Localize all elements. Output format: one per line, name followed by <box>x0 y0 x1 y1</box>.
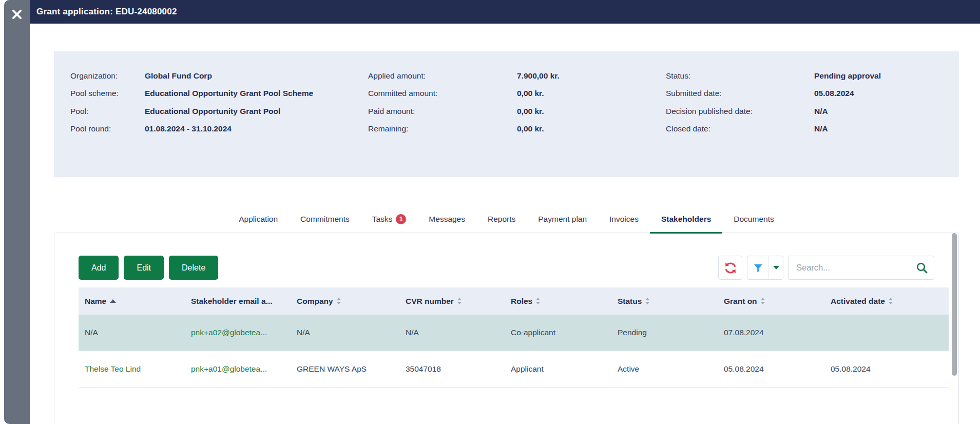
close-button[interactable] <box>9 6 25 23</box>
cell-company: GREEN WAYS ApS <box>291 364 399 374</box>
sort-up-arrow <box>536 298 540 300</box>
search-input[interactable] <box>788 256 934 280</box>
filter-icon <box>753 263 763 273</box>
sort-icon <box>761 298 765 304</box>
summary-label-committed-amount: Committed amount: <box>368 88 517 99</box>
cell-company: N/A <box>291 328 399 337</box>
sort-icon <box>337 298 341 304</box>
tab-documents[interactable]: Documents <box>722 205 785 233</box>
title-bar: Grant application: EDU-24080002 <box>30 0 980 24</box>
table-header: NameStakeholder email a...CompanyCVR num… <box>79 287 949 315</box>
add-button[interactable]: Add <box>79 256 119 280</box>
cell-email[interactable]: pnk+a01@globetea... <box>185 364 291 374</box>
column-header-stakeholder-email-a[interactable]: Stakeholder email a... <box>185 297 291 306</box>
column-header-roles[interactable]: Roles <box>505 297 611 306</box>
cell-status: Active <box>611 364 718 374</box>
summary-label-remaining: Remaining: <box>368 123 517 134</box>
cell-name: N/A <box>79 328 185 337</box>
cell-grant_on: 05.08.2024 <box>718 364 824 374</box>
column-header-status[interactable]: Status <box>611 297 718 306</box>
summary-label-pool-scheme: Pool scheme: <box>70 88 145 99</box>
sort-down-arrow <box>761 302 765 304</box>
page-title: Grant application: EDU-24080002 <box>30 7 177 17</box>
sort-up-arrow <box>761 298 765 300</box>
tab-reports[interactable]: Reports <box>476 205 527 233</box>
summary-value-organization: Global Fund Corp <box>145 70 368 81</box>
summary-label-applied-amount: Applied amount: <box>368 70 517 81</box>
edit-button[interactable]: Edit <box>124 256 164 280</box>
table-row[interactable]: Thelse Teo Lindpnk+a01@globetea...GREEN … <box>79 351 949 388</box>
summary-value-closed-date: N/A <box>814 123 944 134</box>
stakeholders-table: NameStakeholder email a...CompanyCVR num… <box>79 287 949 388</box>
cell-cvr: 35047018 <box>399 364 505 374</box>
column-label: Roles <box>511 297 532 306</box>
sort-down-arrow <box>457 302 462 304</box>
tab-label: Invoices <box>609 215 639 224</box>
summary-label-pool: Pool: <box>70 106 145 117</box>
table-body: N/Apnk+a02@globetea...N/AN/ACo-applicant… <box>79 315 949 388</box>
column-header-cvr-number[interactable]: CVR number <box>399 297 505 306</box>
summary-value-paid-amount: 0,00 kr. <box>517 106 666 117</box>
sort-icon <box>536 298 540 304</box>
content-area: Organization:Global Fund CorpApplied amo… <box>30 24 980 424</box>
summary-label-paid-amount: Paid amount: <box>368 106 517 117</box>
cell-email[interactable]: pnk+a02@globetea... <box>185 328 291 337</box>
left-rail <box>4 0 30 424</box>
tab-label: Messages <box>429 215 465 224</box>
refresh-icon <box>724 261 737 275</box>
tab-stakeholders[interactable]: Stakeholders <box>650 205 722 233</box>
table-row[interactable]: N/Apnk+a02@globetea...N/AN/ACo-applicant… <box>79 315 949 351</box>
tab-messages[interactable]: Messages <box>417 205 476 233</box>
tab-payment-plan[interactable]: Payment plan <box>527 205 598 233</box>
tab-label: Commitments <box>300 215 350 224</box>
refresh-button[interactable] <box>718 256 742 280</box>
grant-application-window: Grant application: EDU-24080002 Organiza… <box>0 0 980 424</box>
summary-grid: Organization:Global Fund CorpApplied amo… <box>70 70 944 134</box>
tab-invoices[interactable]: Invoices <box>598 205 650 233</box>
summary-label-organization: Organization: <box>70 70 145 81</box>
column-label: Stakeholder email a... <box>191 297 273 306</box>
column-label: Activated date <box>831 297 885 306</box>
sort-icon <box>457 298 462 304</box>
sort-down-arrow <box>889 302 893 304</box>
sort-down-arrow <box>536 302 540 304</box>
summary-value-submitted-date: 05.08.2024 <box>814 88 944 99</box>
sort-up-arrow <box>457 298 462 300</box>
cell-cvr: N/A <box>399 328 505 337</box>
filter-options-button[interactable] <box>769 256 783 279</box>
column-header-grant-on[interactable]: Grant on <box>718 297 824 306</box>
table-actions: AddEditDelete <box>79 256 223 280</box>
sort-up-arrow <box>645 298 649 300</box>
summary-value-remaining: 0,00 kr. <box>517 123 666 134</box>
filter-button[interactable] <box>747 256 769 279</box>
tab-tasks[interactable]: Tasks1 <box>361 205 418 233</box>
delete-button[interactable]: Delete <box>169 256 218 280</box>
cell-grant_on: 07.08.2024 <box>718 328 824 337</box>
vertical-scrollbar[interactable] <box>952 233 957 376</box>
column-label: Grant on <box>724 297 757 306</box>
column-label: Company <box>297 297 333 306</box>
summary-value-committed-amount: 0,00 kr. <box>517 88 666 99</box>
column-header-activated-date[interactable]: Activated date <box>824 297 949 306</box>
caret-down-icon <box>773 266 779 269</box>
tab-commitments[interactable]: Commitments <box>289 205 361 233</box>
column-label: CVR number <box>406 297 454 306</box>
sort-down-arrow <box>337 302 341 304</box>
cell-name[interactable]: Thelse Teo Lind <box>79 364 185 374</box>
sort-ascending-icon <box>110 299 116 303</box>
tab-label: Stakeholders <box>661 215 711 224</box>
tab-label: Application <box>239 215 278 224</box>
tasks-badge: 1 <box>396 214 406 224</box>
cell-activated_date: 05.08.2024 <box>824 364 949 374</box>
summary-value-status: Pending approval <box>814 70 944 81</box>
cell-roles: Co-applicant <box>505 328 611 337</box>
search-box <box>788 256 934 280</box>
summary-label-decision-published-date: Decision published date: <box>666 106 814 117</box>
column-header-company[interactable]: Company <box>291 297 399 306</box>
cell-roles: Applicant <box>505 364 611 374</box>
column-header-name[interactable]: Name <box>79 297 185 306</box>
tab-application[interactable]: Application <box>227 205 289 233</box>
search-icon[interactable] <box>916 262 928 276</box>
stakeholders-panel: AddEditDelete <box>54 233 959 424</box>
summary-value-applied-amount: 7.900,00 kr. <box>517 70 666 81</box>
